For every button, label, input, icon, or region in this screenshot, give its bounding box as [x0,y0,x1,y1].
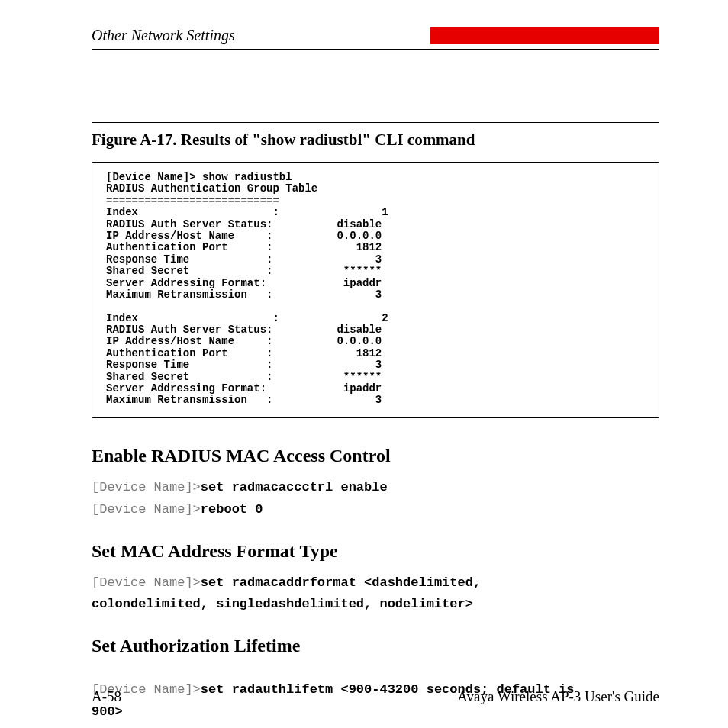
cli-prompt: [Device Name]> [92,480,201,494]
cli-command: reboot 0 [201,502,263,517]
cli-output-box: [Device Name]> show radiustbl RADIUS Aut… [92,162,659,418]
cli-prompt: [Device Name]> [92,575,201,590]
doc-title-footer: Avaya Wireless AP-3 User's Guide [457,688,659,705]
figure-divider [92,122,659,123]
page-number: A-58 [92,688,121,705]
cli-example-block: [Device Name]>set radmacaccctrl enable [… [92,477,659,521]
figure-caption: Figure A-17. Results of "show radiustbl"… [92,130,659,150]
page-footer: A-58 Avaya Wireless AP-3 User's Guide [92,688,659,705]
cli-command-cont: colondelimited, singledashdelimited, nod… [92,597,473,611]
cli-prompt: [Device Name]> [92,502,201,517]
page-header: Other Network Settings [92,27,659,44]
section-heading-mac-format: Set MAC Address Format Type [92,541,659,562]
page: Other Network Settings Figure A-17. Resu… [0,0,728,723]
cli-command: set radmacaddrformat <dashdelimited, [201,575,481,590]
cli-example-block: [Device Name]>set radmacaddrformat <dash… [92,572,659,617]
cli-output-text: [Device Name]> show radiustbl RADIUS Aut… [106,172,645,407]
cli-command: set radmacaccctrl enable [201,480,388,494]
section-heading-auth-lifetime: Set Authorization Lifetime [92,636,659,656]
header-accent-bar [430,27,659,44]
running-head: Other Network Settings [92,27,235,44]
cli-command-cont: 900> [92,704,123,719]
section-heading-radius-mac: Enable RADIUS MAC Access Control [92,446,659,466]
